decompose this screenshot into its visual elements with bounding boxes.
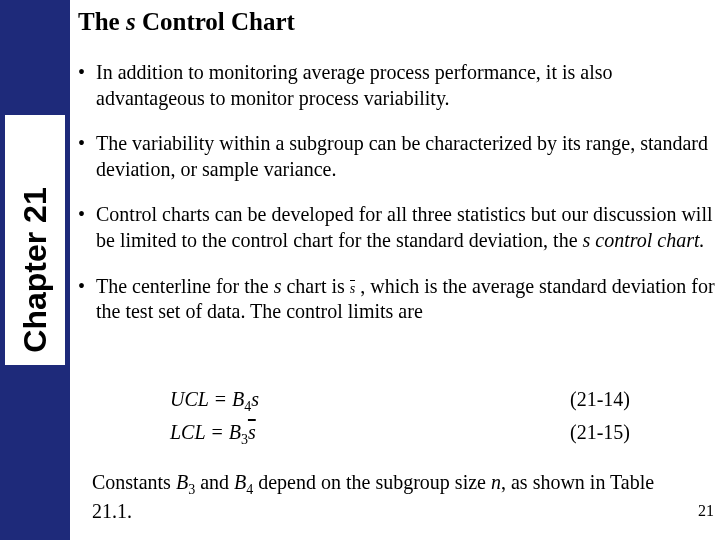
bullet-4: • The centerline for the s chart is s , … [78,274,718,325]
ucl-rhs: s [251,388,259,410]
chapter-label: Chapter 21 [17,187,54,352]
bullet-1: • In addition to monitoring average proc… [78,60,718,111]
bullet-dot: • [78,274,96,325]
eq-ucl: UCL = B4s (21-14) [170,388,670,415]
page-number: 21 [698,502,714,520]
b3-it: s control chart. [583,229,705,251]
eq-lcl-left: LCL = B3s [170,421,256,448]
bullet-dot: • [78,202,96,253]
eq-lcl: LCL = B3s (21-15) [170,421,670,448]
lcl-lhs: LCL = B [170,421,241,443]
lcl-rhs: s [248,421,256,443]
bullet-dot: • [78,131,96,182]
title-post: Control Chart [136,8,295,35]
bullet-3: • Control charts can be developed for al… [78,202,718,253]
sbar-icon: s [350,280,355,298]
eq-lcl-num: (21-15) [570,421,630,444]
f-n: n [491,471,501,493]
f-and: and [195,471,234,493]
bullet-2-text: The variability within a subgroup can be… [96,131,718,182]
f-pre: Constants [92,471,176,493]
lcl-sub: 3 [241,432,248,447]
ucl-lhs: UCL = B [170,388,244,410]
title-it: s [126,8,136,35]
sidebar: Chapter 21 [0,0,70,540]
bullet-1-text: In addition to monitoring average proces… [96,60,718,111]
equations: UCL = B4s (21-14) LCL = B3s (21-15) [170,388,670,454]
title-pre: The [78,8,126,35]
footer-text: Constants B3 and B4 depend on the subgro… [92,470,697,525]
bullet-dot: • [78,60,96,111]
bullet-2: • The variability within a subgroup can … [78,131,718,182]
page-title: The s Control Chart [78,8,295,36]
b4-mid: chart is [281,275,349,297]
bullet-4-text: The centerline for the s chart is s , wh… [96,274,718,325]
f-mid: depend on the subgroup size [253,471,491,493]
bullet-3-text: Control charts can be developed for all … [96,202,718,253]
b4-pre: The centerline for the [96,275,274,297]
content: • In addition to monitoring average proc… [78,60,718,345]
f-b3: B [176,471,188,493]
eq-ucl-num: (21-14) [570,388,630,411]
eq-ucl-left: UCL = B4s [170,388,259,415]
f-b4: B [234,471,246,493]
